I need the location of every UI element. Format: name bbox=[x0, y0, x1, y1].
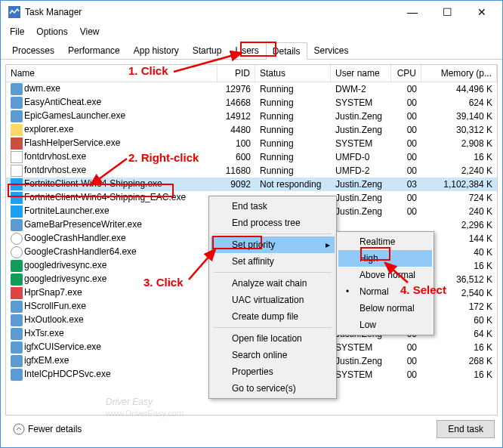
fewer-details-label: Fewer details bbox=[28, 424, 82, 434]
tab-performance[interactable]: Performance bbox=[61, 42, 127, 59]
tab-startup[interactable]: Startup bbox=[186, 42, 229, 59]
process-icon bbox=[11, 233, 23, 245]
ctx-search[interactable]: Search online bbox=[211, 347, 335, 363]
process-icon bbox=[11, 178, 23, 190]
menubar: File Options View bbox=[1, 23, 502, 40]
ctx-end-tree[interactable]: End process tree bbox=[211, 215, 335, 231]
priority-high[interactable]: High bbox=[338, 250, 432, 267]
tab-processes[interactable]: Processes bbox=[5, 42, 61, 59]
process-icon bbox=[11, 260, 23, 272]
process-icon bbox=[11, 369, 23, 381]
tab-strip: ProcessesPerformanceApp historyStartupUs… bbox=[1, 42, 502, 60]
table-row[interactable]: EpicGamesLauncher.exe14912RunningJustin.… bbox=[6, 110, 497, 123]
menu-file[interactable]: File bbox=[4, 25, 30, 39]
priority-below[interactable]: Below normal bbox=[338, 300, 432, 317]
ctx-sep bbox=[214, 272, 332, 273]
process-icon bbox=[11, 205, 23, 218]
priority-normal[interactable]: •Normal bbox=[338, 283, 432, 300]
col-mem[interactable]: Memory (p... bbox=[421, 65, 497, 82]
table-row[interactable]: EasyAntiCheat.exe14668RunningSYSTEM00624… bbox=[6, 96, 497, 110]
process-icon bbox=[11, 192, 23, 204]
col-status[interactable]: Status bbox=[255, 65, 331, 82]
priority-submenu: Realtime High Above normal •Normal Below… bbox=[336, 231, 434, 335]
table-row[interactable]: fontdrvhost.exe11680RunningUMFD-2002,240… bbox=[6, 164, 497, 178]
tab-details[interactable]: Details bbox=[266, 42, 307, 60]
process-icon bbox=[11, 110, 23, 122]
col-cpu[interactable]: CPU bbox=[391, 65, 421, 82]
context-menu: End task End process tree Set priority▸ … bbox=[208, 196, 337, 399]
end-task-button[interactable]: End task bbox=[437, 420, 495, 438]
bullet-icon: • bbox=[346, 286, 349, 297]
close-button[interactable]: ✕ bbox=[464, 1, 499, 23]
ctx-set-priority-label: Set priority bbox=[232, 239, 275, 250]
ctx-end-task[interactable]: End task bbox=[211, 198, 335, 215]
process-icon bbox=[11, 314, 23, 326]
tab-users[interactable]: Users bbox=[228, 42, 265, 59]
process-icon bbox=[11, 97, 23, 109]
table-row[interactable]: FlashHelperService.exe100RunningSYSTEM00… bbox=[6, 137, 497, 150]
ctx-set-priority[interactable]: Set priority▸ bbox=[211, 236, 335, 253]
process-icon bbox=[11, 219, 23, 231]
process-icon bbox=[11, 355, 23, 367]
table-row[interactable]: fontdrvhost.exe600RunningUMFD-00016 K bbox=[6, 150, 497, 164]
svg-point-1 bbox=[14, 424, 24, 434]
process-icon bbox=[11, 246, 23, 258]
priority-normal-label: Normal bbox=[360, 286, 389, 297]
window-title: Task Manager bbox=[25, 7, 395, 17]
minimize-button[interactable]: — bbox=[395, 1, 430, 23]
ctx-open-loc[interactable]: Open file location bbox=[211, 330, 335, 347]
col-user[interactable]: User name bbox=[331, 65, 391, 82]
process-icon bbox=[11, 301, 23, 313]
ctx-props[interactable]: Properties bbox=[211, 363, 335, 380]
table-row[interactable]: dwm.exe12976RunningDWM-20044,496 K bbox=[6, 82, 497, 96]
table-header: Name PID Status User name CPU Memory (p.… bbox=[6, 65, 497, 82]
table-row[interactable]: FortniteClient-Win64-Shipping.exe9092Not… bbox=[6, 178, 497, 191]
process-icon bbox=[11, 124, 23, 136]
col-name[interactable]: Name bbox=[6, 65, 218, 82]
ctx-sep bbox=[214, 233, 332, 234]
menu-view[interactable]: View bbox=[74, 25, 106, 39]
process-icon bbox=[11, 287, 23, 299]
process-icon bbox=[11, 137, 23, 150]
tab-services[interactable]: Services bbox=[307, 42, 356, 59]
process-icon bbox=[11, 328, 23, 340]
footer: Fewer details End task bbox=[5, 416, 498, 443]
ctx-goto[interactable]: Go to service(s) bbox=[211, 380, 335, 397]
ctx-sep bbox=[214, 327, 332, 328]
chevron-right-icon: ▸ bbox=[326, 239, 330, 250]
maximize-button[interactable]: ☐ bbox=[430, 1, 464, 23]
col-pid[interactable]: PID bbox=[218, 65, 255, 82]
process-icon bbox=[11, 151, 23, 163]
ctx-dump[interactable]: Create dump file bbox=[211, 308, 335, 325]
process-icon bbox=[11, 83, 23, 95]
tab-app-history[interactable]: App history bbox=[127, 42, 186, 59]
process-icon bbox=[11, 341, 23, 354]
ctx-set-affinity[interactable]: Set affinity bbox=[211, 253, 335, 270]
chevron-up-icon bbox=[13, 423, 25, 435]
fewer-details-button[interactable]: Fewer details bbox=[8, 422, 86, 437]
process-icon bbox=[11, 165, 23, 177]
priority-realtime[interactable]: Realtime bbox=[338, 233, 432, 250]
titlebar: Task Manager — ☐ ✕ bbox=[1, 1, 502, 23]
ctx-analyze[interactable]: Analyze wait chain bbox=[211, 275, 335, 292]
menu-options[interactable]: Options bbox=[30, 25, 73, 39]
process-icon bbox=[11, 273, 23, 286]
priority-low[interactable]: Low bbox=[338, 317, 432, 333]
ctx-uac[interactable]: UAC virtualization bbox=[211, 292, 335, 308]
table-row[interactable]: explorer.exe4480RunningJustin.Zeng0030,3… bbox=[6, 123, 497, 137]
priority-above[interactable]: Above normal bbox=[338, 267, 432, 283]
app-icon bbox=[8, 6, 20, 18]
